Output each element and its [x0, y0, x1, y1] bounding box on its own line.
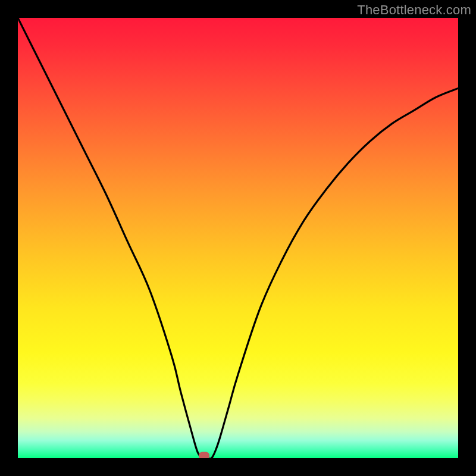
optimal-point-marker: [199, 452, 209, 459]
watermark-text: TheBottleneck.com: [357, 2, 471, 18]
bottleneck-curve: [18, 18, 458, 458]
plot-area: [18, 18, 458, 458]
chart-frame: TheBottleneck.com: [0, 0, 476, 476]
